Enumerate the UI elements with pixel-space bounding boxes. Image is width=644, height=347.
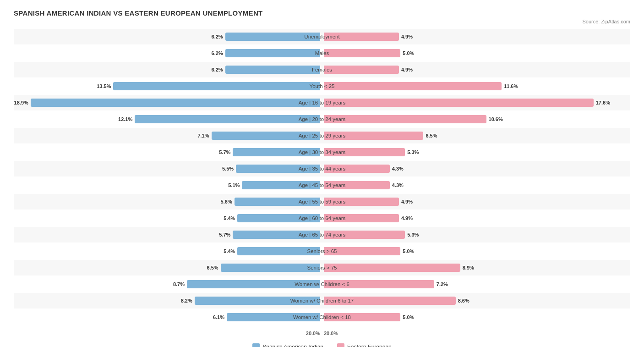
chart-row: 12.1% Age | 20 to 24 years 10.6% xyxy=(14,111,630,127)
left-section: 8.2% xyxy=(14,293,322,308)
right-value-label: 4.9% xyxy=(401,34,413,39)
right-bar xyxy=(324,297,456,305)
right-bar xyxy=(324,148,405,156)
right-bar-wrap: 5.0% xyxy=(324,312,630,322)
right-value-label: 8.6% xyxy=(458,298,469,303)
left-bar xyxy=(237,247,320,255)
chart-row: 5.4% Age | 60 to 64 years 4.9% xyxy=(14,210,630,226)
right-value-label: 4.9% xyxy=(401,199,413,204)
left-bar xyxy=(225,33,320,41)
left-section: 18.9% xyxy=(14,95,322,110)
right-value-label: 5.0% xyxy=(403,314,414,320)
chart-row: 6.1% Women w/ Children < 18 5.0% xyxy=(14,309,630,325)
right-bar-wrap: 4.9% xyxy=(324,213,630,223)
chart-row: 5.6% Age | 55 to 59 years 4.9% xyxy=(14,194,630,209)
chart-row: 6.5% Seniors > 75 8.9% xyxy=(14,260,630,275)
right-section: 4.9% xyxy=(322,62,630,77)
right-value-label: 5.3% xyxy=(407,149,419,155)
left-section: 5.7% xyxy=(14,227,322,242)
right-bar xyxy=(324,181,390,189)
left-section: 6.2% xyxy=(14,29,322,44)
left-value-label: 5.1% xyxy=(228,182,240,188)
left-bar xyxy=(135,115,320,123)
right-section: 8.6% xyxy=(322,293,630,308)
right-section: 5.0% xyxy=(322,243,630,259)
right-value-label: 5.0% xyxy=(403,248,414,254)
left-section: 5.6% xyxy=(14,194,322,209)
left-value-label: 6.1% xyxy=(213,314,224,320)
left-bar-wrap: 13.5% xyxy=(14,81,320,91)
right-section: 8.9% xyxy=(322,260,630,275)
left-section: 5.5% xyxy=(14,161,322,176)
left-value-label: 5.7% xyxy=(219,232,230,237)
left-section: 6.2% xyxy=(14,45,322,61)
right-value-label: 7.2% xyxy=(437,281,448,287)
left-bar xyxy=(113,82,320,90)
left-value-label: 12.1% xyxy=(118,116,132,122)
chart-row: 5.7% Age | 30 to 34 years 5.3% xyxy=(14,144,630,160)
left-bar-wrap: 5.7% xyxy=(14,230,320,240)
left-value-label: 5.7% xyxy=(219,149,230,155)
right-bar-wrap: 6.5% xyxy=(324,131,630,141)
axis-right-label: 20.0% xyxy=(324,330,338,336)
left-bar-wrap: 8.7% xyxy=(14,279,320,289)
chart-row: 5.4% Seniors > 65 5.0% xyxy=(14,243,630,259)
left-value-label: 6.5% xyxy=(207,265,218,270)
left-value-label: 5.4% xyxy=(224,215,235,221)
chart-row: 7.1% Age | 25 to 29 years 6.5% xyxy=(14,128,630,143)
left-bar-wrap: 5.5% xyxy=(14,164,320,174)
left-bar xyxy=(195,297,320,305)
left-bar-wrap: 6.1% xyxy=(14,312,320,322)
left-bar-wrap: 5.4% xyxy=(14,246,320,256)
right-bar xyxy=(324,99,594,107)
right-bar-wrap: 4.3% xyxy=(324,164,630,174)
right-bar xyxy=(324,49,400,57)
left-value-label: 7.1% xyxy=(197,133,209,138)
right-bar xyxy=(324,33,399,41)
right-section: 6.5% xyxy=(322,128,630,143)
right-bar-wrap: 8.6% xyxy=(324,296,630,306)
right-section: 7.2% xyxy=(322,276,630,292)
legend-box-left xyxy=(252,343,260,347)
left-section: 13.5% xyxy=(14,78,322,94)
right-section: 4.3% xyxy=(322,177,630,193)
left-section: 5.7% xyxy=(14,144,322,160)
left-value-label: 6.2% xyxy=(212,50,223,56)
right-section: 4.9% xyxy=(322,29,630,44)
left-section: 7.1% xyxy=(14,128,322,143)
right-bar-wrap: 4.9% xyxy=(324,197,630,207)
right-value-label: 5.0% xyxy=(403,50,414,56)
right-value-label: 6.5% xyxy=(426,133,437,138)
right-bar xyxy=(324,280,434,288)
left-value-label: 6.2% xyxy=(212,67,223,72)
chart-row: 18.9% Age | 16 to 19 years 17.6% xyxy=(14,95,630,110)
right-bar xyxy=(324,82,502,90)
left-value-label: 5.6% xyxy=(221,199,232,204)
right-value-label: 4.9% xyxy=(401,67,413,72)
right-section: 11.6% xyxy=(322,78,630,94)
left-bar-wrap: 6.2% xyxy=(14,48,320,58)
left-bar xyxy=(225,66,320,74)
left-section: 6.1% xyxy=(14,309,322,325)
legend-box-right xyxy=(337,343,344,347)
chart-row: 5.1% Age | 45 to 54 years 4.3% xyxy=(14,177,630,193)
left-bar-wrap: 6.2% xyxy=(14,65,320,75)
left-bar xyxy=(187,280,320,288)
left-section: 12.1% xyxy=(14,111,322,127)
legend-label-left: Spanish American Indian xyxy=(262,344,323,347)
left-bar-wrap: 6.5% xyxy=(14,263,320,273)
chart-row: 5.5% Age | 35 to 44 years 4.3% xyxy=(14,161,630,176)
right-section: 5.3% xyxy=(322,227,630,242)
right-section: 10.6% xyxy=(322,111,630,127)
right-bar-wrap: 5.0% xyxy=(324,246,630,256)
right-bar xyxy=(324,115,486,123)
left-bar-wrap: 6.2% xyxy=(14,32,320,42)
left-bar-wrap: 12.1% xyxy=(14,114,320,124)
chart-row: 5.7% Age | 65 to 74 years 5.3% xyxy=(14,227,630,242)
right-section: 4.9% xyxy=(322,210,630,226)
left-bar xyxy=(242,181,320,189)
left-bar-wrap: 8.2% xyxy=(14,296,320,306)
chart-row: 6.2% Females 4.9% xyxy=(14,62,630,77)
right-section: 5.0% xyxy=(322,309,630,325)
right-value-label: 17.6% xyxy=(596,100,610,105)
